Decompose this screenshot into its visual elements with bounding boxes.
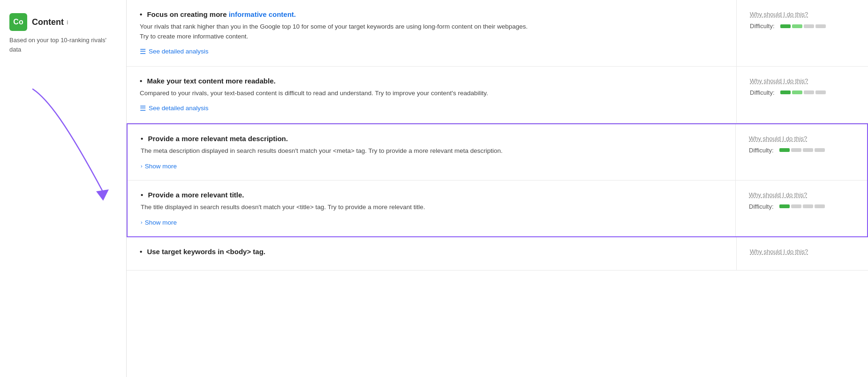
row1-see-analysis[interactable]: ☰ See detailed analysis <box>140 47 209 56</box>
row3-difficulty-label: Difficulty: <box>749 147 774 154</box>
row3b-why-link[interactable]: Why should I do this? <box>749 191 807 198</box>
row3-left: • Provide a more relevant meta descripti… <box>128 124 736 180</box>
doc-icon: ☰ <box>140 47 146 56</box>
row2-title: • Make your text content more readable. <box>140 77 723 85</box>
row1-link-word[interactable]: informative content. <box>229 10 296 18</box>
diff-seg-2 <box>792 24 802 28</box>
diff-seg-1 <box>780 24 791 28</box>
row3b-difficulty-bar <box>779 204 825 208</box>
row2-difficulty-label: Difficulty: <box>750 89 775 96</box>
row3b-title: • Provide a more relevant title. <box>141 191 722 199</box>
row2-action-label: See detailed analysis <box>149 105 209 112</box>
chevron-icon-meta: › <box>141 163 143 169</box>
row2-why-link[interactable]: Why should I do this? <box>750 77 808 84</box>
row3-right: Why should I do this? Difficulty: <box>736 124 867 180</box>
row1-desc: Your rivals that rank higher than you in… <box>140 22 723 42</box>
sidebar-logo: Co <box>9 13 27 31</box>
main-content: • Focus on creating more informative con… <box>127 0 868 377</box>
doc-icon2: ☰ <box>140 104 146 113</box>
sidebar: Co Content i Based on your top 10-rankin… <box>0 0 127 377</box>
bullet: • <box>140 10 142 18</box>
row2-difficulty-bar <box>780 90 826 94</box>
chevron-icon-title: › <box>141 219 143 225</box>
diff-seg-r3-1 <box>779 148 790 152</box>
row3-title: • Provide a more relevant meta descripti… <box>141 135 722 143</box>
row3b-title-text: Provide a more relevant title. <box>148 191 244 199</box>
diff-seg-r3b-2 <box>791 204 801 208</box>
diff-seg-r2-2 <box>792 90 802 94</box>
row2-right: Why should I do this? Difficulty: <box>737 67 868 123</box>
sidebar-header: Co Content i <box>9 13 117 31</box>
row1-difficulty: Difficulty: <box>750 23 855 30</box>
row1-difficulty-bar <box>780 24 826 28</box>
row4-right: Why should I do this? <box>737 237 868 270</box>
diff-seg-r3-4 <box>815 148 825 152</box>
row4-why-link[interactable]: Why should I do this? <box>750 248 808 255</box>
row3-title-text: Provide a more relevant meta description… <box>148 135 287 143</box>
row3b-right: Why should I do this? Difficulty: <box>736 181 867 236</box>
bullet4: • <box>140 248 142 256</box>
row1-title: • Focus on creating more informative con… <box>140 10 723 18</box>
diff-seg-r2-1 <box>780 90 791 94</box>
row3-why-link[interactable]: Why should I do this? <box>749 135 807 142</box>
svg-marker-0 <box>96 189 109 201</box>
diff-seg-r3-3 <box>803 148 813 152</box>
diff-seg-r3b-1 <box>779 204 790 208</box>
sidebar-title: Content i <box>32 17 68 27</box>
diff-seg-r2-4 <box>815 90 826 94</box>
show-more-label-title: Show more <box>145 219 177 226</box>
highlighted-rows-container: • Provide a more relevant meta descripti… <box>127 123 868 237</box>
row3b-left: • Provide a more relevant title. The tit… <box>128 181 736 236</box>
diff-seg-r3b-4 <box>815 204 825 208</box>
row1-difficulty-label: Difficulty: <box>750 23 775 30</box>
row-body-keywords: • Use target keywords in <body> tag. Why… <box>127 237 868 271</box>
diff-seg-r2-3 <box>804 90 814 94</box>
show-more-label-meta: Show more <box>145 163 177 170</box>
row3-desc: The meta description displayed in search… <box>141 146 722 156</box>
sidebar-title-text: Content <box>32 17 64 27</box>
row3-difficulty-bar <box>779 148 825 152</box>
row1-left: • Focus on creating more informative con… <box>127 0 737 66</box>
row-meta-description: • Provide a more relevant meta descripti… <box>128 124 867 181</box>
bullet2: • <box>140 77 142 85</box>
diff-seg-3 <box>804 24 814 28</box>
row2-desc: Compared to your rivals, your text-based… <box>140 89 723 98</box>
arrow-annotation <box>19 84 141 208</box>
row3-difficulty: Difficulty: <box>749 147 854 154</box>
row2-see-analysis[interactable]: ☰ See detailed analysis <box>140 104 209 113</box>
info-icon[interactable]: i <box>67 19 68 26</box>
row1-why-link[interactable]: Why should I do this? <box>750 11 808 18</box>
row-readable-content: • Make your text content more readable. … <box>127 67 868 123</box>
row3b-difficulty: Difficulty: <box>749 203 854 210</box>
diff-seg-r3-2 <box>791 148 801 152</box>
page-wrapper: Co Content i Based on your top 10-rankin… <box>0 0 868 377</box>
row-informative-content: • Focus on creating more informative con… <box>127 0 868 67</box>
row3b-difficulty-label: Difficulty: <box>749 203 774 210</box>
row2-difficulty: Difficulty: <box>750 89 855 96</box>
row2-title-text: Make your text content more readable. <box>147 77 275 85</box>
show-more-button-title[interactable]: › Show more <box>141 219 177 226</box>
row1-action-label: See detailed analysis <box>149 48 209 55</box>
row4-left: • Use target keywords in <body> tag. <box>127 237 737 270</box>
row2-left: • Make your text content more readable. … <box>127 67 737 123</box>
row1-right: Why should I do this? Difficulty: <box>737 0 868 66</box>
diff-seg-4 <box>815 24 826 28</box>
sidebar-description: Based on your top 10-ranking rivals' dat… <box>9 36 117 54</box>
bullet3: • <box>141 135 143 143</box>
bullet3b: • <box>141 191 143 199</box>
show-more-button-meta[interactable]: › Show more <box>141 163 177 170</box>
row3b-desc: The title displayed in search results do… <box>141 203 722 212</box>
diff-seg-r3b-3 <box>803 204 813 208</box>
row-relevant-title: • Provide a more relevant title. The tit… <box>128 181 867 236</box>
row4-title: • Use target keywords in <body> tag. <box>140 248 723 256</box>
